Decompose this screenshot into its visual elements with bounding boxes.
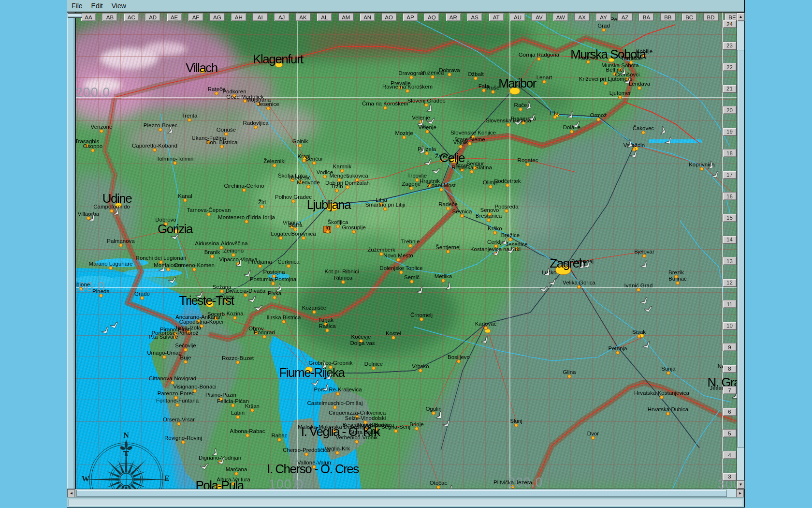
town-label: Rašica [319, 323, 335, 329]
town-dot [616, 351, 620, 355]
grid-column-header-ba[interactable]: BA [638, 13, 654, 21]
grid-column-header-as[interactable]: AS [467, 13, 482, 21]
grid-column-header-bc[interactable]: BC [682, 13, 697, 21]
town-dot [591, 436, 595, 440]
grid-column-header-az[interactable]: AZ [617, 13, 633, 21]
town-dot [207, 212, 211, 216]
aircraft-icon[interactable] [435, 473, 453, 489]
grid-row-header-4[interactable]: 4 [723, 451, 737, 459]
menu-item-file[interactable]: File [67, 2, 87, 10]
map-viewport[interactable]: RatečePodkorenGozd MartuljekMojstranaJes… [76, 13, 737, 489]
horizontal-scrollbar[interactable]: ◄ ► [67, 489, 744, 497]
grid-column-header-ak[interactable]: AK [295, 13, 311, 21]
grid-column-header-aa[interactable]: AA [81, 13, 96, 21]
town-dot [335, 189, 339, 193]
town-dot [277, 438, 281, 442]
grid-row-header-6[interactable]: 6 [723, 408, 737, 416]
splitter-handle[interactable] [68, 13, 82, 18]
town-dot [667, 371, 670, 375]
grid-column-header-aj[interactable]: AJ [274, 13, 290, 21]
grid-row-header-17[interactable]: 17 [723, 171, 737, 179]
grid-column-header-bd[interactable]: BD [703, 13, 719, 21]
menu-item-view[interactable]: View [107, 2, 130, 10]
grid-column-header-ac[interactable]: AC [124, 13, 139, 21]
grid-column-header-av[interactable]: AV [531, 13, 547, 21]
grid-row-header-13[interactable]: 13 [723, 257, 737, 265]
grid-column-header-at[interactable]: AT [489, 13, 504, 21]
town-dot [215, 91, 218, 95]
grid-row-header-11[interactable]: 11 [723, 300, 737, 308]
scroll-down-button[interactable]: ▼ [737, 480, 745, 489]
aircraft-icon[interactable] [470, 324, 489, 343]
grid-row-header-16[interactable]: 16 [723, 192, 737, 200]
town-dot [542, 80, 546, 84]
grid-row-header-21[interactable]: 21 [723, 85, 737, 93]
grid-column-header-ax[interactable]: AX [574, 13, 590, 21]
aircraft-icon[interactable] [405, 274, 424, 293]
grid-row-header-12[interactable]: 12 [723, 279, 737, 287]
aircraft-icon[interactable] [653, 124, 672, 143]
grid-column-header-bb[interactable]: BB [660, 13, 676, 21]
town-dot [460, 214, 464, 218]
town-dot [457, 359, 461, 363]
town-dot [306, 185, 310, 189]
grid-column-header-ai[interactable]: AI [252, 13, 268, 21]
grid-row-header-8[interactable]: 8 [723, 365, 737, 373]
town-label: Felicia-Pićan [217, 398, 249, 404]
grid-row-header-19[interactable]: 19 [723, 128, 737, 136]
grid-column-header-ah[interactable]: AH [231, 13, 246, 21]
grid-row-header-20[interactable]: 20 [723, 106, 737, 114]
town-dot [514, 423, 518, 427]
grid-column-header-aw[interactable]: AW [553, 13, 568, 21]
grid-column-header-ar[interactable]: AR [446, 13, 461, 21]
town-dot [537, 57, 541, 61]
scroll-up-button[interactable]: ▲ [737, 13, 745, 21]
town-dot [262, 335, 266, 339]
grid-row-header-15[interactable]: 15 [723, 214, 737, 222]
grid-row-header-22[interactable]: 22 [723, 63, 737, 71]
aircraft-icon[interactable] [431, 272, 450, 292]
grid-row-header-10[interactable]: 10 [723, 322, 737, 330]
grid-column-header-ae[interactable]: AE [167, 13, 182, 21]
grid-column-header-au[interactable]: AU [510, 13, 525, 21]
town-dot [273, 164, 276, 167]
aircraft-icon[interactable] [77, 203, 95, 221]
grid-column-header-ay[interactable]: AY [596, 13, 611, 21]
grid-column-header-ag[interactable]: AG [209, 13, 225, 21]
grid-column-header-am[interactable]: AM [338, 13, 354, 21]
town-dot [326, 230, 330, 234]
grid-column-header-ad[interactable]: AD [145, 13, 160, 21]
town-dot [246, 433, 249, 437]
grid-column-header-af[interactable]: AF [188, 13, 203, 21]
horizontal-scroll-thumb[interactable] [76, 490, 727, 497]
grid-column-header-an[interactable]: AN [360, 13, 375, 21]
grid-row-header-9[interactable]: 9 [723, 343, 737, 351]
grid-column-header-aq[interactable]: AQ [424, 13, 439, 21]
town-dot [506, 183, 509, 187]
menu-item-edit[interactable]: Edit [87, 2, 107, 10]
town-dot [602, 28, 606, 32]
town-dot [302, 236, 305, 240]
grid-row-header-3[interactable]: 3 [723, 473, 737, 481]
vertical-scrollbar[interactable]: ▲ ▼ [737, 13, 744, 489]
town-label: Bistra [288, 222, 302, 228]
grid-row-header-14[interactable]: 14 [723, 236, 737, 244]
vertical-scroll-thumb[interactable] [737, 50, 744, 448]
grid-row-header-23[interactable]: 23 [723, 42, 737, 50]
town-label: Dolenjske Toplice [379, 265, 422, 271]
aircraft-icon[interactable] [262, 274, 281, 293]
grid-column-header-ap[interactable]: AP [403, 13, 418, 21]
grid-column-header-ab[interactable]: AB [102, 13, 117, 21]
town-label: P.ta Salvore [148, 334, 178, 340]
town-label: Lendava [629, 81, 650, 87]
grid-column-header-ao[interactable]: AO [381, 13, 397, 21]
grid-row-header-5[interactable]: 5 [723, 429, 737, 437]
town-label: Golnik [292, 138, 308, 144]
town-label: Aidussina-Aidovščina [195, 240, 247, 246]
aircraft-icon[interactable] [629, 248, 648, 267]
grid-row-header-7[interactable]: 7 [723, 386, 737, 394]
aircraft-icon[interactable] [311, 372, 329, 390]
grid-column-header-al[interactable]: AL [317, 13, 332, 21]
grid-row-header-24[interactable]: 24 [723, 20, 737, 28]
grid-row-header-18[interactable]: 18 [723, 149, 737, 157]
